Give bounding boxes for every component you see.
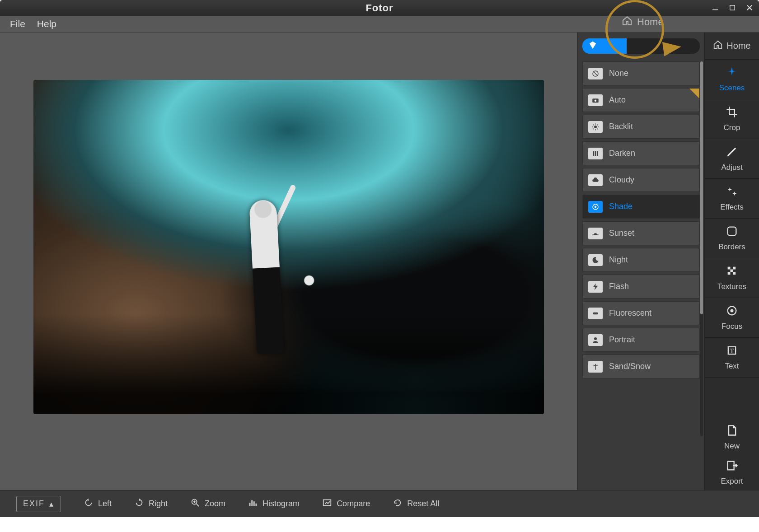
tool-focus[interactable]: Focus (705, 298, 759, 338)
palm-icon (588, 361, 603, 373)
reset-all-label: Reset All (407, 499, 439, 509)
scene-item-shade[interactable]: Shade (582, 195, 700, 219)
tool-textures[interactable]: Textures (705, 258, 759, 298)
annotation-home-label: Home (622, 15, 664, 29)
rotate-left-button[interactable]: Left (84, 498, 112, 510)
scene-item-flash[interactable]: Flash (582, 275, 700, 299)
sparkle-icon (726, 66, 738, 81)
home-icon (713, 40, 723, 52)
svg-line-16 (597, 124, 598, 125)
chevron-up-icon: ▴ (49, 499, 54, 509)
menu-help[interactable]: Help (37, 19, 56, 29)
rotate-left-icon (84, 498, 94, 510)
svg-rect-30 (733, 272, 736, 275)
window-minimize-button[interactable] (708, 1, 722, 14)
reset-all-button[interactable]: Reset All (393, 498, 439, 510)
sun-burst-icon (588, 121, 603, 133)
rotate-right-button[interactable]: Right (134, 498, 168, 510)
scene-item-label: Sand/Snow (609, 362, 651, 371)
histogram-label: Histogram (262, 499, 300, 509)
tool-text[interactable]: TText (705, 338, 759, 378)
rotate-right-label: Right (149, 499, 168, 509)
histogram-button[interactable]: Histogram (248, 498, 300, 510)
scene-item-label: Shade (609, 202, 632, 211)
tool-adjust[interactable]: Adjust (705, 139, 759, 179)
pencil-icon (726, 145, 738, 160)
zoom-label: Zoom (205, 499, 225, 509)
right-toolbar: Home ScenesCropAdjustEffectsBordersTextu… (705, 33, 759, 490)
svg-rect-26 (728, 267, 731, 270)
fileop-label: Export (721, 477, 743, 486)
svg-point-24 (594, 337, 597, 340)
scene-item-night[interactable]: Night (582, 248, 700, 272)
svg-line-13 (593, 124, 594, 125)
compare-label: Compare (337, 499, 370, 509)
svg-line-5 (594, 71, 598, 75)
page-icon (726, 424, 738, 439)
svg-rect-28 (731, 270, 733, 272)
premium-star-icon (689, 89, 699, 98)
tool-effects[interactable]: Effects (705, 179, 759, 219)
home-label: Home (726, 41, 750, 51)
titlebar: Fotor (0, 0, 759, 16)
rotate-right-icon (134, 498, 144, 510)
premium-toggle[interactable] (582, 38, 700, 54)
svg-point-8 (594, 126, 597, 128)
tool-crop[interactable]: Crop (705, 99, 759, 139)
target-icon (726, 304, 738, 319)
fileop-export[interactable]: Export (705, 455, 759, 490)
scene-item-label: Darken (609, 149, 635, 158)
svg-rect-17 (593, 151, 594, 156)
svg-rect-42 (253, 501, 255, 506)
scene-item-auto[interactable]: Auto (582, 88, 700, 112)
scene-item-none[interactable]: None (582, 61, 700, 85)
tool-label: Textures (717, 282, 746, 291)
fileop-label: New (724, 442, 740, 451)
tool-label: Effects (720, 203, 744, 212)
exif-label: EXIF (23, 499, 45, 509)
scene-item-label: Cloudy (609, 175, 634, 185)
scene-item-sunset[interactable]: Sunset (582, 221, 700, 245)
compare-icon (322, 498, 332, 510)
svg-point-32 (731, 309, 734, 313)
zoom-button[interactable]: Zoom (190, 498, 225, 510)
svg-rect-1 (730, 5, 735, 10)
scene-item-sand-snow[interactable]: Sand/Snow (582, 355, 700, 378)
scrollbar-thumb[interactable] (700, 61, 703, 314)
svg-point-7 (595, 99, 597, 102)
stars-icon (726, 185, 738, 200)
zoom-icon (190, 498, 200, 510)
cloud-icon (588, 174, 603, 186)
tool-label: Text (725, 362, 739, 371)
home-icon (622, 15, 632, 29)
window-close-button[interactable] (743, 1, 756, 14)
tool-borders[interactable]: Borders (705, 219, 759, 258)
scene-item-backlit[interactable]: Backlit (582, 115, 700, 139)
scene-item-label: None (609, 69, 628, 78)
exif-button[interactable]: EXIF ▴ (16, 496, 61, 512)
home-button[interactable]: Home (705, 33, 759, 60)
compare-button[interactable]: Compare (322, 498, 370, 510)
tool-scenes[interactable]: Scenes (705, 60, 759, 99)
svg-text:T: T (730, 348, 734, 355)
horizon-icon (588, 228, 603, 239)
export-icon (726, 459, 738, 474)
tube-icon (588, 308, 603, 319)
svg-line-15 (593, 128, 594, 129)
scene-item-fluorescent[interactable]: Fluorescent (582, 301, 700, 325)
camera-icon (588, 94, 603, 106)
scene-item-portrait[interactable]: Portrait (582, 328, 700, 352)
scene-item-darken[interactable]: Darken (582, 141, 700, 165)
svg-point-21 (595, 205, 597, 208)
fileop-new[interactable]: New (705, 420, 759, 455)
menu-file[interactable]: File (10, 19, 25, 29)
window-maximize-button[interactable] (726, 1, 739, 14)
reset-icon (393, 498, 403, 510)
rotate-left-label: Left (98, 499, 112, 509)
columns-icon (588, 148, 603, 159)
scene-item-cloudy[interactable]: Cloudy (582, 168, 700, 192)
scenes-scrollbar[interactable] (700, 61, 703, 436)
svg-rect-43 (256, 504, 257, 506)
photo-preview[interactable] (33, 80, 544, 414)
scenes-panel: NoneAutoBacklitDarkenCloudyShadeSunsetNi… (577, 33, 705, 490)
